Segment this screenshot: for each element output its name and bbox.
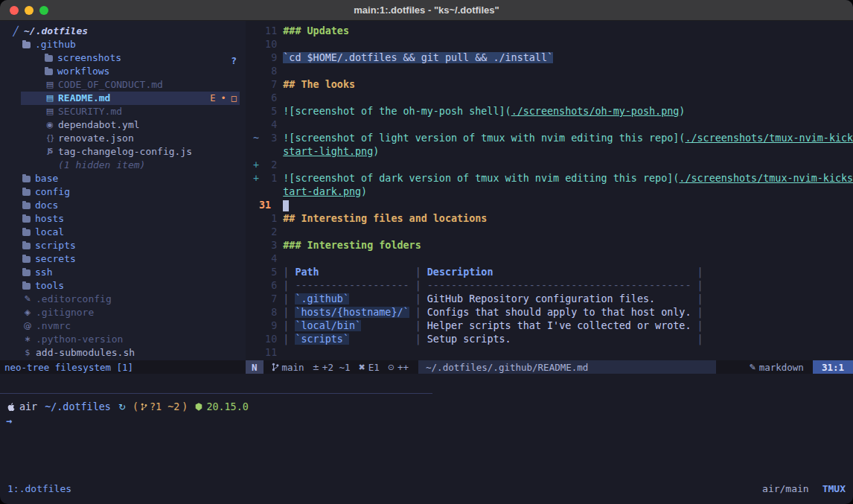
gutter-sign [253, 185, 259, 199]
editor-line[interactable]: 5 ![screenshot of the oh-my-posh shell](… [253, 105, 853, 118]
table-divider: ------------------- [295, 280, 409, 291]
tree-item-label: workflows [57, 65, 109, 78]
tree-item[interactable]: ∗.python-version [0, 333, 246, 346]
editor-line[interactable]: 4 [253, 252, 853, 266]
gutter-sign [253, 266, 259, 279]
tree-item[interactable]: secrets [0, 252, 246, 266]
editor-line[interactable]: 10 [253, 38, 853, 51]
tree-item[interactable]: ◈.gitignore [0, 306, 246, 319]
editor-line[interactable]: 1 ## Interesting files and locations [253, 212, 853, 226]
filetype-label: markdown [759, 362, 804, 373]
inline-code: `local/bin` [295, 320, 361, 331]
git-close-paren: ) [182, 401, 188, 412]
tree-item[interactable]: .github [0, 38, 246, 51]
tree-item[interactable]: (1 hidden item) [0, 159, 246, 172]
cursor-position: 31:1 [813, 360, 853, 374]
editor-line[interactable]: tart-dark.png) [253, 185, 853, 199]
gutter-sign [253, 118, 259, 132]
updates-item: ⊙ ++ [388, 360, 409, 374]
gutter-sign [253, 212, 259, 226]
editor-line[interactable]: 6 | ------------------- | --------------… [253, 279, 853, 293]
tree-item[interactable]: hosts [0, 212, 246, 226]
table-pipe: | [691, 307, 703, 318]
editor-line[interactable]: 2 [253, 226, 853, 239]
table-cell-text [319, 267, 409, 278]
editor-line[interactable]: +1 ![screenshot of dark version of tmux … [253, 172, 853, 185]
tree-item[interactable]: ▤CODE_OF_CONDUCT.md [0, 78, 246, 92]
editor-line[interactable]: 5 | Path | Description | [253, 266, 853, 279]
line-number: 4 [259, 252, 277, 266]
tree-item[interactable]: scripts [0, 239, 246, 252]
folder-icon [22, 42, 31, 48]
tmux-statusbar: 1:.dotfiles air/main TMUX [0, 482, 853, 495]
zoom-button[interactable] [39, 6, 48, 15]
gutter-sign [253, 38, 259, 51]
tree-item[interactable]: docs [0, 199, 246, 212]
folder-icon [45, 68, 53, 75]
table-pipe: | [283, 293, 295, 304]
image-link-url: start-light.png [283, 146, 373, 157]
root-arrow-icon: ╱ [10, 25, 21, 38]
tree-item[interactable]: ╱~/.dotfiles [0, 25, 246, 38]
tree-item-label: renovate.json [58, 132, 134, 145]
gutter-sign [253, 333, 259, 346]
tree-item[interactable]: ◉dependabot.yml [0, 118, 246, 132]
hostname-text: air [19, 401, 37, 412]
editor-pane[interactable]: 11 ### Updates 10 9 `cd $HOME/.dotfiles … [246, 21, 853, 360]
table-pipe: | [283, 320, 295, 331]
table-pipe: | [409, 320, 427, 331]
tree-item-label: ssh [35, 266, 52, 279]
node-segment: 20.15.0 [195, 401, 248, 412]
shell-pane[interactable]: air ~/.dotfiles ↻ ( ?1 ~2 ) 20.15.0 → [0, 400, 853, 428]
editor-line[interactable]: +2 [253, 159, 853, 172]
gutter-sign [253, 306, 259, 319]
tree-item[interactable]: tools [0, 279, 246, 293]
tree-item[interactable]: ▤README.mdE•□ [0, 92, 246, 105]
markdown-heading: ### Updates [283, 25, 349, 36]
gutter-sign: + [253, 172, 259, 185]
editor-line[interactable]: 9 `cd $HOME/.dotfiles && git pull && ./i… [253, 51, 853, 65]
editor-line[interactable]: 7 | `.github` | GitHub Repository config… [253, 293, 853, 306]
tree-item[interactable]: JStag-changelog-config.js [0, 145, 246, 159]
tree-item[interactable]: screenshots [0, 51, 246, 65]
tree-item[interactable]: ✎.editorconfig [0, 293, 246, 306]
lualine: N main ± +2 ~1 ✖ E1 ⊙ ++ ~/.dotfiles/.g [246, 360, 853, 374]
editor-line[interactable]: 3 ### Interesting folders [253, 239, 853, 252]
table-pipe: | [283, 280, 295, 291]
editor-line[interactable]: 8 [253, 65, 853, 78]
markdown-heading: ## The looks [283, 79, 355, 90]
tree-item[interactable]: $add-submodules.sh [0, 346, 246, 360]
editor-line[interactable]: 31 [253, 199, 853, 212]
tree-item[interactable]: local [0, 226, 246, 239]
close-button[interactable] [10, 6, 19, 15]
help-icon[interactable]: ? [231, 55, 237, 66]
tree-item[interactable]: ▤SECURITY.md [0, 105, 246, 118]
editor-line[interactable]: 6 [253, 92, 853, 105]
tree-item[interactable]: workflows [0, 65, 246, 78]
tree-item[interactable]: config [0, 185, 246, 199]
editor-line[interactable]: 8 | `hosts/{hostname}/` | Configs that s… [253, 306, 853, 319]
tree-item[interactable]: @.nvmrc [0, 319, 246, 333]
table-cell-text: GitHub Repository configuration files. [427, 293, 655, 304]
minimize-button[interactable] [25, 6, 33, 15]
editor-line[interactable]: 7 ## The looks [253, 78, 853, 92]
gutter-sign [253, 105, 259, 118]
shell-icon: $ [22, 346, 33, 360]
line-number: 5 [259, 266, 277, 279]
tmux-window-item[interactable]: 1:.dotfiles [7, 483, 71, 494]
git-status-text: ?1 ~2 [150, 401, 179, 412]
tree-item-label: add-submodules.sh [36, 346, 135, 360]
status-badge: □ [231, 92, 237, 105]
tree-item[interactable]: {}renovate.json [0, 132, 246, 145]
editor-line[interactable]: 10 | `scripts` | Setup scripts. | [253, 333, 853, 346]
editor-line[interactable]: ~3 ![screenshot of light version of tmux… [253, 132, 853, 145]
tree-item[interactable]: base [0, 172, 246, 185]
editor-line[interactable]: 11 [253, 346, 853, 360]
editor-line[interactable]: 4 [253, 118, 853, 132]
editor-line[interactable]: start-light.png) [253, 145, 853, 159]
editor-line[interactable]: 11 ### Updates [253, 25, 853, 38]
gutter-sign [253, 226, 259, 239]
editor-line[interactable]: 9 | `local/bin` | Helper scripts that I'… [253, 319, 853, 333]
tree-item[interactable]: ssh [0, 266, 246, 279]
folder-icon [22, 283, 31, 290]
